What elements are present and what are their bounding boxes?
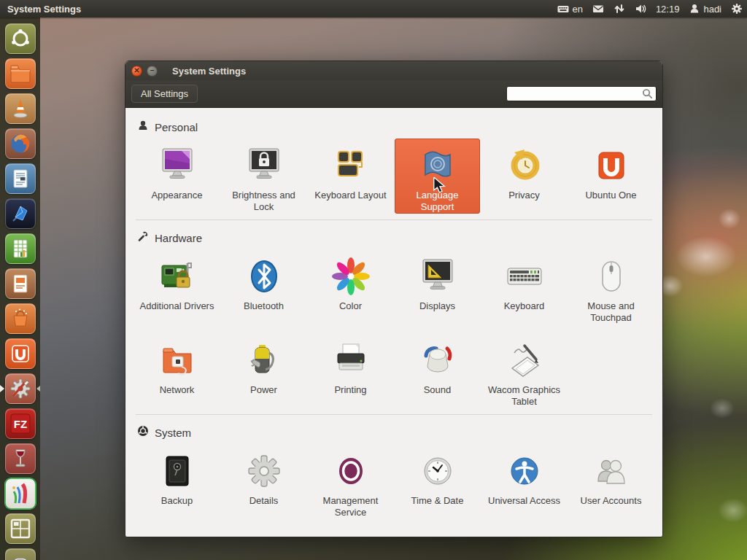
- section-title: System: [155, 427, 191, 439]
- displays-icon: [416, 254, 460, 298]
- settings-item-keyboard-layout[interactable]: Keyboard Layout: [308, 139, 393, 214]
- launcher-item-filezilla[interactable]: FZ: [0, 406, 40, 441]
- settings-item-language-support[interactable]: Language Support: [395, 139, 480, 214]
- additional-drivers-icon: [155, 254, 199, 298]
- calc-icon: [5, 233, 36, 264]
- settings-item-time-date[interactable]: Time & Date: [395, 444, 480, 519]
- system-icon: [137, 425, 149, 440]
- user-menu[interactable]: hadi: [689, 3, 721, 15]
- impress-icon: [5, 268, 36, 299]
- privacy-icon: [503, 144, 546, 187]
- launcher-item-wine[interactable]: [0, 441, 40, 476]
- launcher-item-trash[interactable]: [0, 546, 40, 560]
- mouse-cursor: [433, 177, 447, 196]
- settings-item-wacom-graphics-tablet[interactable]: Wacom Graphics Tablet: [481, 333, 567, 408]
- settings-item-label: Displays: [395, 300, 480, 312]
- keyboard-indicator[interactable]: en: [557, 3, 582, 15]
- unity-launcher: FZ: [0, 18, 40, 560]
- user-icon: [689, 3, 700, 15]
- settings-item-label: Ubuntu One: [568, 190, 654, 201]
- volume-icon: [635, 3, 646, 15]
- search-input[interactable]: [506, 86, 657, 101]
- minimize-button[interactable]: –: [147, 66, 158, 77]
- launcher-item-libreoffice-writer[interactable]: [0, 161, 40, 196]
- workspaces-icon: [5, 513, 36, 544]
- launcher-item-software-center[interactable]: [0, 301, 40, 336]
- power-icon: [242, 338, 286, 382]
- ubuntu-dash-icon: [5, 23, 36, 54]
- settings-item-management-service[interactable]: Management Service: [308, 444, 393, 519]
- messaging-menu[interactable]: [592, 3, 604, 15]
- settings-item-universal-access[interactable]: Universal Access: [481, 444, 567, 519]
- section-system: SystemBackupDetailsManagement ServiceTim…: [134, 425, 654, 519]
- clock[interactable]: 12:19: [656, 4, 680, 15]
- settings-item-ubuntu-one[interactable]: Ubuntu One: [568, 139, 654, 214]
- ubuntu-one-icon: [589, 144, 633, 187]
- launcher-item-workspace-switcher[interactable]: [0, 511, 40, 546]
- settings-item-label: User Accounts: [568, 495, 654, 507]
- launcher-item-libreoffice-calc[interactable]: [0, 231, 40, 266]
- close-button[interactable]: ✕: [131, 66, 142, 77]
- settings-item-brightness-and-lock[interactable]: Brightness and Lock: [221, 139, 306, 214]
- section-header-personal: Personal: [137, 120, 651, 134]
- settings-item-label: Universal Access: [481, 495, 567, 507]
- wine-icon: [5, 443, 36, 474]
- settings-item-details[interactable]: Details: [221, 444, 306, 519]
- top-panel: System Settings en12:19hadi: [0, 0, 747, 18]
- launcher-item-vlc[interactable]: [0, 91, 40, 126]
- settings-item-label: Color: [308, 300, 393, 312]
- settings-item-backup[interactable]: Backup: [134, 444, 220, 519]
- user-menu-label: hadi: [703, 4, 721, 15]
- launcher-item-libreoffice-impress[interactable]: [0, 266, 40, 301]
- section-header-system: System: [137, 425, 651, 440]
- settings-item-power[interactable]: Power: [221, 333, 306, 408]
- launcher-item-drawing-app[interactable]: [0, 476, 40, 511]
- settings-item-printing[interactable]: Printing: [308, 333, 393, 408]
- window-toolbar: All Settings: [125, 80, 662, 108]
- settings-item-label: Bluetooth: [221, 300, 306, 312]
- launcher-item-system-settings[interactable]: [0, 371, 40, 406]
- settings-item-displays[interactable]: Displays: [395, 249, 480, 324]
- search-box: [506, 86, 657, 101]
- sound-menu[interactable]: [635, 3, 646, 15]
- vlc-icon: [5, 93, 36, 124]
- appearance-icon: [155, 144, 199, 187]
- all-settings-button[interactable]: All Settings: [131, 85, 198, 103]
- keyboard-small-icon: [557, 3, 569, 15]
- settings-item-appearance[interactable]: Appearance: [134, 139, 220, 214]
- system-settings-window: ✕ – System Settings All Settings Persona…: [125, 61, 663, 537]
- settings-item-bluetooth[interactable]: Bluetooth: [221, 249, 306, 324]
- network-menu[interactable]: [614, 3, 625, 15]
- settings-item-keyboard[interactable]: Keyboard: [481, 249, 567, 324]
- user-accounts-icon: [589, 449, 633, 493]
- settings-item-network[interactable]: Network: [134, 333, 220, 408]
- settings-item-user-accounts[interactable]: User Accounts: [568, 444, 654, 519]
- desktop: System Settings en12:19hadi FZ ✕ – Syste…: [0, 0, 747, 560]
- launcher-item-ubuntu-one[interactable]: [0, 336, 40, 371]
- settings-item-sound[interactable]: Sound: [395, 333, 480, 408]
- settings-item-label: Details: [221, 495, 306, 507]
- settings-item-label: Appearance: [134, 190, 220, 201]
- clock-label: 12:19: [656, 4, 680, 15]
- settings-item-additional-drivers[interactable]: Additional Drivers: [134, 249, 220, 324]
- launcher-item-firefox[interactable]: [0, 126, 40, 161]
- settings-panel-content: PersonalAppearanceBrightness and LockKey…: [125, 108, 662, 519]
- settings-item-label: Management Service: [308, 495, 393, 518]
- settings-item-label: Power: [221, 384, 306, 396]
- files-icon: [5, 58, 36, 89]
- settings-item-privacy[interactable]: Privacy: [481, 139, 567, 214]
- section-grid-system: BackupDetailsManagement ServiceTime & Da…: [134, 444, 654, 519]
- mouse-icon: [589, 254, 633, 298]
- settings-item-label: Privacy: [481, 190, 567, 201]
- launcher-item-dash-home[interactable]: [0, 21, 40, 56]
- section-separator: [136, 414, 652, 415]
- svg-text:FZ: FZ: [13, 418, 26, 430]
- settings-item-mouse-and-touchpad[interactable]: Mouse and Touchpad: [568, 249, 654, 324]
- launcher-item-files[interactable]: [0, 56, 40, 91]
- window-titlebar[interactable]: ✕ – System Settings: [125, 61, 662, 80]
- universal-access-icon: [503, 449, 546, 493]
- software-center-icon: [5, 303, 36, 334]
- session-menu[interactable]: [731, 3, 743, 15]
- settings-item-color[interactable]: Color: [308, 249, 393, 324]
- launcher-item-gem-app[interactable]: [0, 196, 40, 231]
